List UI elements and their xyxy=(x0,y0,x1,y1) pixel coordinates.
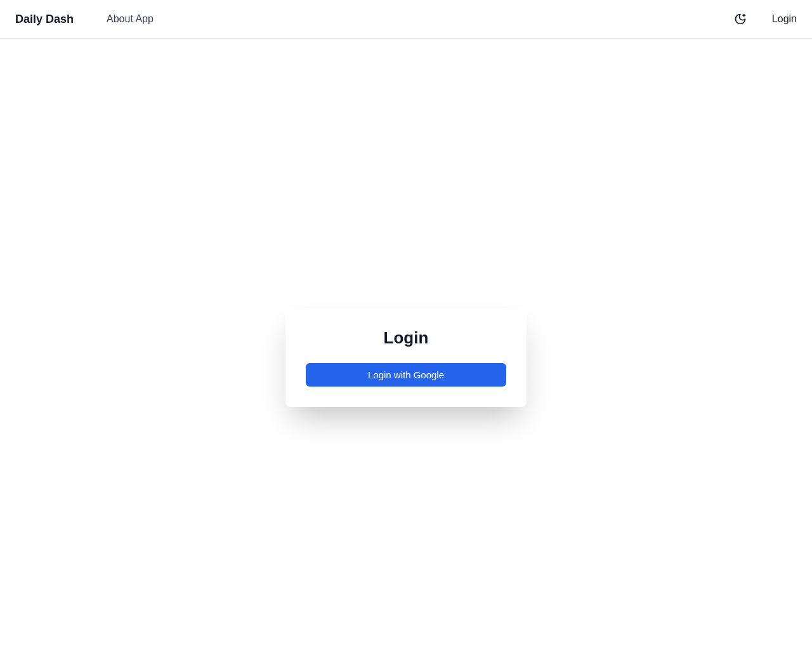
about-app-link[interactable]: About App xyxy=(107,13,154,25)
header-right: Login xyxy=(734,13,797,25)
login-title: Login xyxy=(306,328,506,348)
moon-icon xyxy=(734,13,747,25)
main-content: Login Login with Google xyxy=(0,39,812,650)
login-with-google-button[interactable]: Login with Google xyxy=(306,363,506,387)
theme-toggle-button[interactable] xyxy=(734,13,747,25)
app-title[interactable]: Daily Dash xyxy=(15,13,74,26)
login-card: Login Login with Google xyxy=(285,308,527,407)
header: Daily Dash About App Login xyxy=(0,0,812,39)
login-link[interactable]: Login xyxy=(772,13,797,25)
header-left: Daily Dash About App xyxy=(15,13,154,26)
